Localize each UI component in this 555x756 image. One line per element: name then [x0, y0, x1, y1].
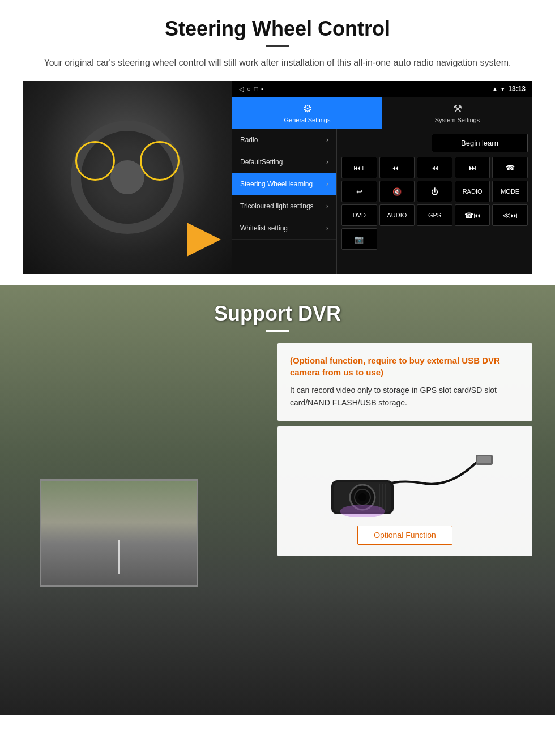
ctrl-audio[interactable]: AUDIO [379, 204, 415, 226]
menu-item-whitelist[interactable]: Whitelist setting › [232, 217, 336, 240]
chevron-icon: › [326, 136, 328, 144]
ctrl-mute[interactable]: 🔇 [379, 181, 415, 202]
android-statusbar: ◁ ○ □ ▪ ▲ ▾ 13:13 [232, 81, 532, 97]
ctrl-dvd[interactable]: DVD [341, 204, 377, 226]
ctrl-power[interactable]: ⏻ [417, 181, 452, 202]
begin-learn-row: Begin learn [341, 134, 528, 152]
dvr-thumbnail-preview [40, 479, 198, 587]
android-body: Radio › DefaultSetting › Steering Wheel … [232, 129, 532, 274]
ctrl-skip-next[interactable]: ≪⏭ [492, 204, 528, 226]
chevron-icon: › [326, 202, 328, 210]
menu-radio-label: Radio [240, 136, 258, 144]
dvr-right-area: (Optional function, require to buy exter… [278, 343, 532, 556]
dvr-title: Support DVR [23, 302, 532, 326]
gear-icon: ⚙ [303, 102, 312, 115]
tab-general-label: General Settings [284, 117, 331, 123]
steering-section: Steering Wheel Control Your original car… [0, 0, 555, 285]
dvr-content: Support DVR (Optional function, require … [0, 285, 555, 609]
ctrl-phone-prev[interactable]: ☎⏮ [455, 204, 490, 226]
steering-subtitle: Your original car's steering wheel contr… [37, 56, 518, 70]
dvr-title-divider [266, 330, 289, 332]
arrow-shape [187, 223, 221, 257]
status-time: 13:13 [508, 85, 526, 93]
chevron-icon: › [326, 224, 328, 232]
tab-system-settings[interactable]: ⚒ System Settings [382, 97, 532, 129]
steering-wheel-bg [23, 81, 232, 274]
dvr-camera-svg [314, 432, 496, 517]
ctrl-vol-down[interactable]: ⏮− [379, 157, 415, 178]
ctrl-vol-up[interactable]: ⏮+ [341, 157, 377, 178]
menu-tricoloured-label: Tricoloured light settings [240, 202, 314, 210]
svg-point-6 [358, 493, 366, 501]
optional-function-button[interactable]: Optional Function [357, 526, 452, 545]
dvr-camera-area: Optional Function [278, 426, 532, 556]
road-center-line [118, 540, 120, 574]
tab-general-settings[interactable]: ⚙ General Settings [232, 97, 382, 129]
menu-item-radio[interactable]: Radio › [232, 129, 336, 151]
menu-item-tricoloured[interactable]: Tricoloured light settings › [232, 195, 336, 217]
android-screen: ◁ ○ □ ▪ ▲ ▾ 13:13 ⚙ General Settings [232, 81, 532, 274]
highlight-circle-right [140, 141, 180, 181]
settings-menu: Radio › DefaultSetting › Steering Wheel … [232, 129, 337, 274]
dvr-left-area [23, 343, 266, 598]
dvr-lower-area: (Optional function, require to buy exter… [23, 343, 532, 598]
arrow-overlay [176, 223, 221, 257]
chevron-icon: › [326, 180, 328, 188]
ctrl-hang-up[interactable]: ↩ [341, 181, 377, 202]
ctrl-mode[interactable]: MODE [492, 181, 528, 202]
dvr-title-area: Support DVR [23, 302, 532, 332]
menu-whitelist-label: Whitelist setting [240, 224, 288, 232]
android-tabs: ⚙ General Settings ⚒ System Settings [232, 97, 532, 129]
steering-content-area: ◁ ○ □ ▪ ▲ ▾ 13:13 ⚙ General Settings [23, 81, 532, 274]
title-divider [266, 45, 289, 47]
ctrl-next-track[interactable]: ⏭ [455, 157, 490, 178]
tab-system-label: System Settings [435, 117, 480, 123]
steering-wheel-photo [23, 81, 232, 274]
menu-item-steering-learning[interactable]: Steering Wheel learning › [232, 173, 336, 195]
highlight-circle-left [75, 141, 115, 181]
menu-steering-label: Steering Wheel learning [240, 180, 313, 188]
statusbar-right-icons: ▲ ▾ 13:13 [492, 85, 526, 93]
nav-back-icon[interactable]: ◁ [239, 86, 244, 93]
steering-wheel [71, 121, 184, 234]
menu-default-label: DefaultSetting [240, 158, 283, 166]
steering-control-panel: Begin learn ⏮+ ⏮− ⏮ ⏭ ☎ ↩ 🔇 ⏻ RADIO MODE [337, 129, 532, 274]
control-buttons-grid: ⏮+ ⏮− ⏮ ⏭ ☎ ↩ 🔇 ⏻ RADIO MODE DVD AUDIO G… [341, 157, 528, 250]
wifi-icon: ▾ [501, 86, 505, 93]
dvr-info-box: (Optional function, require to buy exter… [278, 343, 532, 421]
statusbar-nav-icons: ◁ ○ □ ▪ [239, 86, 263, 93]
dvr-section: Support DVR (Optional function, require … [0, 285, 555, 715]
menu-item-defaultsetting[interactable]: DefaultSetting › [232, 151, 336, 173]
nav-home-icon[interactable]: ○ [247, 86, 251, 92]
ctrl-camera[interactable]: 📷 [341, 228, 377, 250]
begin-learn-button[interactable]: Begin learn [432, 134, 528, 152]
ctrl-prev-track[interactable]: ⏮ [417, 157, 452, 178]
chevron-icon: › [326, 158, 328, 166]
dvr-desc-text: It can record video only to storage in G… [290, 384, 520, 409]
signal-icon: ▲ [492, 86, 498, 92]
thumb-road-scene [41, 481, 197, 585]
steering-title: Steering Wheel Control [23, 17, 532, 41]
nav-square-icon[interactable]: □ [254, 86, 258, 92]
svg-rect-1 [477, 456, 491, 463]
dvr-camera-image [314, 432, 496, 517]
wrench-icon: ⚒ [453, 102, 462, 115]
dvr-optional-text: (Optional function, require to buy exter… [290, 354, 520, 378]
nav-menu-icon[interactable]: ▪ [261, 86, 263, 92]
steering-hub [110, 160, 144, 194]
ctrl-radio[interactable]: RADIO [455, 181, 490, 202]
ctrl-phone[interactable]: ☎ [492, 157, 528, 178]
ctrl-gps[interactable]: GPS [417, 204, 452, 226]
